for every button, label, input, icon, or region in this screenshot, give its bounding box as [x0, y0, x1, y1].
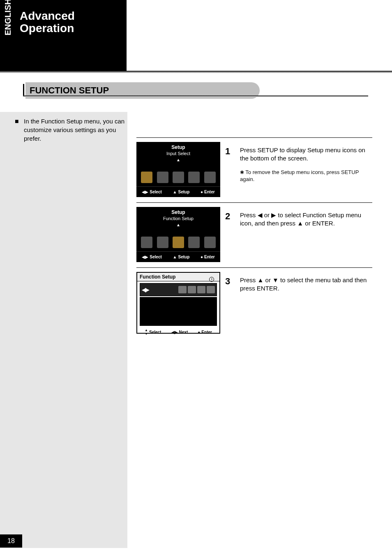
step-number: 2: [225, 211, 230, 222]
bullet-icon: ■: [15, 118, 19, 125]
star-icon: ✱: [240, 170, 245, 175]
language-label: ENGLISH: [3, 0, 13, 35]
step-body: Press ▲ or ▼ to select the menu tab and …: [240, 276, 372, 293]
up-glyph-icon: ▲: [136, 158, 220, 162]
step-body: Press SETUP to display Setup menu icons …: [240, 146, 372, 183]
osd-icon: [141, 172, 152, 183]
divider: [0, 71, 392, 73]
up-glyph-icon: ▲: [136, 223, 220, 227]
hint-select: ◀▶ Select: [142, 255, 161, 259]
page-title-text: FUNCTION SETUP: [30, 85, 109, 95]
step-body: Press ◀ or ▶ to select Function Setup me…: [240, 211, 372, 228]
osd-subtitle: Input Select: [136, 151, 220, 156]
clock-icon: [209, 277, 214, 282]
osd-tabs: [178, 286, 215, 293]
hint-select: ▲▼ Select: [145, 329, 161, 335]
osd-screenshot-2: Setup Function Setup ▲ ◀▶ Select ▲ Setup…: [136, 207, 220, 262]
osd-tab: [188, 286, 196, 293]
hint-enter: ● Enter: [201, 190, 215, 194]
step-number: 1: [225, 146, 230, 157]
section-title: Advanced Operation: [20, 10, 122, 35]
osd-body: [140, 297, 217, 326]
osd-icon-row: [136, 172, 220, 183]
updown-icon: ▲▼: [145, 329, 148, 335]
sidebar-text: In the Function Setup menu, you can cust…: [24, 117, 127, 143]
hint-setup: ▲ Setup: [173, 255, 190, 259]
step-1: Setup Input Select ▲ ◀▶ Select ▲ Setup ●…: [136, 137, 372, 202]
step-note: ✱ To remove the Setup menu icons, press …: [240, 169, 372, 183]
osd-icon: [157, 172, 168, 183]
osd-subtitle: Function Setup: [136, 216, 220, 221]
step-note-text: To remove the Setup menu icons, press SE…: [240, 169, 359, 183]
sidebar: ■ In the Function Setup menu, you can cu…: [0, 112, 127, 548]
osd-screenshot-1: Setup Input Select ▲ ◀▶ Select ▲ Setup ●…: [136, 142, 220, 197]
osd-icon: [188, 172, 200, 183]
up-arrow-icon: ▲: [297, 220, 303, 227]
osd-tab: [197, 286, 205, 293]
osd-screenshot-3: Function Setup ◀▶ ▲▼ Select ◀▶ Next ● E: [136, 272, 220, 334]
osd-icon: [141, 237, 152, 248]
osd-icon: [173, 172, 184, 183]
osd-tab-strip: ◀▶: [140, 283, 217, 296]
divider-thin: [23, 95, 368, 97]
nav-arrows-icon: ◀▶: [142, 286, 148, 293]
osd-title: Setup: [136, 207, 220, 215]
osd-hint-row: ◀▶ Select ▲ Setup ● Enter: [136, 186, 220, 197]
osd-tab: [178, 286, 187, 293]
osd-icon-row: [136, 237, 220, 248]
page-number: 18: [0, 534, 22, 548]
right-arrow-icon: ▶: [271, 211, 276, 218]
osd-icon: [204, 237, 216, 248]
osd-icon: [204, 172, 216, 183]
hint-select: ◀▶ Select: [142, 190, 161, 194]
left-arrow-icon: ◀: [258, 211, 263, 218]
step-number: 3: [225, 276, 230, 287]
steps-list: Setup Input Select ▲ ◀▶ Select ▲ Setup ●…: [136, 137, 372, 346]
up-arrow-icon: ▲: [258, 276, 264, 283]
osd-title: Setup: [136, 142, 220, 150]
osd-tab: [207, 286, 215, 293]
hint-enter: ● Enter: [198, 330, 212, 334]
osd-hint-row: ◀▶ Select ▲ Setup ● Enter: [136, 251, 220, 262]
osd-icon: [157, 237, 168, 248]
step-text: Press SETUP to display Setup menu icons …: [240, 146, 365, 162]
osd-icon: [188, 237, 200, 248]
step-3: Function Setup ◀▶ ▲▼ Select ◀▶ Next ● E: [136, 267, 372, 346]
osd-hint-row: ▲▼ Select ◀▶ Next ● Enter: [140, 327, 217, 337]
step-2: Setup Function Setup ▲ ◀▶ Select ▲ Setup…: [136, 202, 372, 267]
osd-icon: [173, 237, 184, 248]
hint-enter: ● Enter: [201, 255, 215, 259]
hint-setup: ▲ Setup: [173, 190, 190, 194]
section-header-block: ENGLISH Advanced Operation: [0, 0, 127, 71]
osd-title: Function Setup: [137, 273, 219, 281]
down-arrow-icon: ▼: [272, 276, 279, 283]
hint-next: ◀▶ Next: [171, 330, 188, 334]
